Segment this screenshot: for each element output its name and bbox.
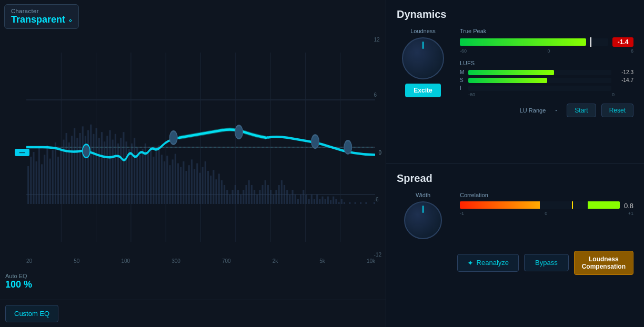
svg-rect-17 (41, 164, 43, 204)
loudness-col: Loudness Excite (397, 28, 449, 117)
bypass-button[interactable]: Bypass (524, 254, 569, 271)
svg-rect-23 (57, 157, 59, 204)
corr-scale: -1 0 +1 (460, 211, 633, 216)
left-panel: Character Transparent ⬦ 12 6 -6 -12 0 (0, 0, 386, 327)
svg-rect-40 (104, 141, 105, 204)
lufs-section: LUFS M -12.3 S (460, 60, 633, 97)
svg-rect-109 (292, 190, 294, 204)
eq-drag-handle[interactable]: — (15, 149, 29, 156)
svg-rect-114 (305, 195, 307, 204)
dynamics-title: Dynamics (397, 8, 633, 21)
svg-rect-83 (221, 180, 223, 204)
svg-rect-108 (289, 195, 290, 204)
svg-rect-36 (93, 134, 94, 204)
svg-rect-100 (267, 185, 269, 204)
svg-rect-46 (120, 138, 122, 204)
lufs-bars: M -12.3 S -14.7 (460, 69, 633, 91)
svg-rect-31 (79, 133, 80, 204)
lufs-label: LUFS (460, 60, 633, 66)
loudness-knob[interactable] (402, 37, 444, 79)
svg-rect-22 (55, 142, 56, 204)
svg-rect-121 (325, 199, 326, 204)
svg-rect-61 (161, 155, 163, 204)
true-peak-bar-container: -1.4 (460, 37, 633, 47)
svg-rect-125 (335, 199, 337, 204)
correlation-label: Correlation (460, 192, 633, 198)
custom-eq-button[interactable]: Custom EQ (5, 305, 58, 322)
svg-point-141 (83, 145, 90, 158)
svg-rect-128 (344, 202, 345, 204)
svg-rect-81 (215, 179, 217, 204)
eq-area: 12 6 -6 -12 0 (0, 5, 386, 300)
lufs-scale: -60 0 (460, 92, 633, 97)
character-box[interactable]: Character Transparent ⬦ (4, 4, 79, 29)
svg-rect-32 (82, 126, 84, 204)
svg-rect-104 (278, 185, 280, 204)
svg-rect-99 (265, 180, 266, 204)
reset-button[interactable]: Reset (601, 104, 633, 117)
svg-rect-64 (169, 165, 170, 204)
freq-labels: 20 50 100 300 700 2k 5k 10k (26, 258, 375, 264)
character-arrow-icon: ⬦ (68, 16, 72, 24)
svg-rect-66 (175, 154, 176, 204)
corr-bar-row: 0.8 (460, 201, 633, 211)
svg-rect-94 (251, 185, 253, 204)
svg-rect-49 (128, 149, 130, 204)
svg-rect-21 (52, 150, 54, 204)
true-peak-value: -1.4 (612, 37, 633, 47)
svg-rect-134 (360, 202, 361, 204)
svg-rect-76 (202, 167, 204, 204)
true-peak-section: True Peak -1.4 -60 0 6 (460, 28, 633, 54)
svg-rect-30 (76, 138, 78, 204)
svg-rect-103 (275, 190, 277, 204)
svg-rect-77 (205, 161, 206, 204)
svg-rect-60 (158, 145, 160, 204)
svg-rect-45 (117, 144, 119, 204)
corr-bar-red (460, 201, 540, 209)
main-container: Character Transparent ⬦ 12 6 -6 -12 0 (0, 0, 644, 327)
start-button[interactable]: Start (567, 104, 596, 117)
width-knob-indicator (422, 206, 424, 213)
reanalyze-button[interactable]: ✦ Reanalyze (457, 254, 519, 272)
metrics-col: True Peak -1.4 -60 0 6 (460, 28, 633, 117)
svg-rect-39 (101, 132, 103, 204)
svg-rect-26 (66, 133, 67, 204)
svg-rect-127 (341, 199, 343, 204)
spread-content: Width Correlation 0.8 (397, 192, 633, 242)
svg-rect-56 (147, 153, 149, 204)
svg-rect-92 (245, 185, 247, 204)
svg-rect-73 (194, 169, 195, 204)
svg-rect-70 (185, 171, 187, 204)
bottom-bar-left: Custom EQ (0, 300, 386, 327)
auto-eq-container: Auto EQ 100 % (5, 273, 32, 290)
svg-rect-120 (321, 197, 323, 204)
true-peak-bar-fill (460, 38, 586, 46)
svg-rect-91 (243, 190, 244, 204)
reanalyze-icon: ✦ (467, 259, 474, 267)
svg-rect-123 (330, 200, 331, 204)
svg-point-143 (235, 126, 243, 139)
svg-point-145 (344, 140, 352, 154)
width-label: Width (416, 192, 430, 198)
svg-rect-59 (156, 151, 157, 204)
svg-rect-15 (36, 161, 37, 204)
svg-rect-43 (112, 140, 114, 204)
svg-rect-111 (297, 199, 299, 204)
svg-rect-119 (319, 199, 320, 204)
loudness-compensation-button[interactable]: Loudness Compensation (574, 251, 633, 275)
svg-rect-54 (142, 149, 144, 204)
svg-rect-117 (314, 199, 315, 204)
lu-range-row: LU Range - Start Reset (460, 104, 633, 117)
svg-rect-19 (46, 145, 48, 204)
svg-point-142 (169, 131, 177, 144)
spread-title: Spread (397, 172, 633, 185)
svg-rect-58 (153, 157, 154, 204)
character-label: Character (11, 8, 72, 14)
svg-rect-69 (183, 161, 184, 204)
true-peak-bar-track (460, 38, 608, 46)
width-knob[interactable] (404, 201, 442, 239)
excite-button[interactable]: Excite (405, 84, 440, 97)
svg-rect-28 (71, 136, 73, 204)
svg-rect-96 (256, 195, 258, 204)
svg-rect-122 (327, 197, 329, 204)
